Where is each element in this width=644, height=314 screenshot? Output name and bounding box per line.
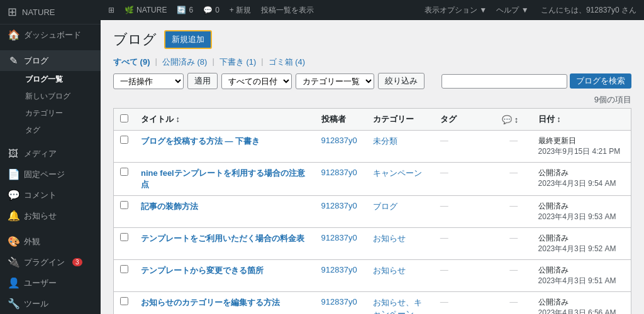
sidebar-item-plugins[interactable]: 🔌 プラグイン 3	[0, 252, 101, 273]
sidebar-item-appearance[interactable]: 🎨 外観	[0, 231, 101, 252]
date-status: 公開済み	[538, 202, 569, 210]
main-area: ⊞ 🌿 NATURE 🔄 6 💬 0 + 新規 投稿一覧を表示 表示オプション …	[101, 0, 644, 314]
sidebar-item-media[interactable]: 🖼 メディア	[0, 144, 101, 164]
author-link[interactable]: 912837y0	[321, 265, 357, 274]
category-link[interactable]: お知らせ	[373, 234, 406, 243]
filter-trash[interactable]: ゴミ箱 (4)	[269, 57, 306, 68]
filter-draft[interactable]: 下書き (1)	[219, 57, 257, 68]
pages-icon: 📄	[8, 168, 19, 180]
search-input[interactable]	[441, 74, 567, 89]
adminbar-greeting: こんにちは、912837y0 さん	[541, 6, 636, 14]
search-box: ブログを検索	[441, 73, 631, 89]
date-status: 公開済み	[538, 234, 569, 242]
post-title-link[interactable]: テンプレートをご利用いただく場合の料金表	[141, 234, 304, 243]
row-checkbox-cell	[114, 131, 135, 163]
category-link[interactable]: お知らせ、キャンペーン	[373, 298, 422, 314]
author-link[interactable]: 912837y0	[321, 297, 357, 306]
adminbar-new[interactable]: + 新規	[230, 5, 251, 16]
sidebar-sub-blog-list[interactable]: ブログ一覧	[20, 71, 101, 88]
adminbar-view-posts[interactable]: 投稿一覧を表示	[261, 5, 314, 16]
row-comments-cell: —	[496, 228, 532, 260]
select-all-checkbox[interactable]	[120, 114, 128, 122]
adminbar-comments-icon: 💬	[203, 6, 213, 14]
display-options-button[interactable]: 表示オプション ▼	[425, 6, 487, 14]
site-name: NATURE	[22, 8, 55, 17]
row-title-cell: テンプレートをご利用いただく場合の料金表	[135, 228, 315, 260]
adminbar-wp-logo[interactable]: ⊞	[108, 6, 114, 14]
sidebar-sub-category[interactable]: カテゴリー	[20, 105, 101, 122]
apply-button[interactable]: 適用	[187, 73, 218, 89]
author-link[interactable]: 912837y0	[321, 233, 357, 242]
row-tags-cell: —	[434, 228, 496, 260]
table-row: ブログを投稿する方法 — 下書き 912837y0 未分類 — — 最終更新日 …	[114, 131, 631, 163]
row-comments-cell: —	[496, 292, 532, 315]
adminbar-comments[interactable]: 💬 0	[203, 6, 219, 14]
post-title-link[interactable]: テンプレートから変更できる箇所	[141, 266, 264, 275]
row-comments-cell: —	[496, 196, 532, 228]
sidebar-item-notice[interactable]: 🔔 お知らせ	[0, 205, 101, 226]
row-checkbox[interactable]	[120, 201, 128, 209]
sidebar-item-comments[interactable]: 💬 コメント	[0, 185, 101, 205]
date-status: 公開済み	[538, 298, 569, 306]
row-tags-cell: —	[434, 131, 496, 163]
row-tags-cell: —	[434, 260, 496, 292]
row-checkbox[interactable]	[120, 168, 128, 176]
sidebar-item-pages[interactable]: 📄 固定ページ	[0, 164, 101, 185]
row-author-cell: 912837y0	[315, 163, 367, 196]
tags-value: —	[440, 297, 448, 306]
search-button[interactable]: ブログを検索	[570, 73, 631, 89]
adminbar-updates[interactable]: 🔄 6	[177, 6, 193, 14]
sep3: |	[258, 57, 265, 68]
help-button[interactable]: ヘルプ ▼	[496, 6, 528, 14]
sep2: |	[209, 57, 216, 68]
post-title-link[interactable]: お知らせのカテゴリーを編集する方法	[141, 298, 280, 307]
wp-logo-icon: ⊞	[8, 5, 17, 19]
sidebar-sub-tag[interactable]: タグ	[20, 122, 101, 139]
author-link[interactable]: 912837y0	[321, 168, 357, 177]
col-header-date[interactable]: 日付 ↕	[532, 109, 631, 131]
col-header-title[interactable]: タイトル ↕	[135, 109, 315, 131]
author-link[interactable]: 912837y0	[321, 201, 357, 210]
col-header-comments[interactable]: 💬 ↕	[496, 109, 532, 131]
filter-all[interactable]: すべて (9)	[113, 57, 150, 68]
col-header-tags: タグ	[434, 109, 496, 131]
category-link[interactable]: ブログ	[373, 202, 397, 211]
row-title-cell: nine feelテンプレートを利用する場合の注意点	[135, 163, 315, 196]
new-post-button[interactable]: 新規追加	[164, 30, 212, 49]
sidebar: ⊞ NATURE 🏠 ダッシュボード ✎ ブログ ブログ一覧 新しいブログ カテ…	[0, 0, 101, 314]
row-date-cell: 公開済み 2023年4月3日 9:54 AM	[532, 163, 631, 196]
sidebar-item-blog[interactable]: ✎ ブログ	[0, 50, 101, 71]
row-comments-cell: —	[496, 260, 532, 292]
sidebar-item-tools[interactable]: 🔧 ツール	[0, 293, 101, 314]
category-link[interactable]: キャンペーン	[373, 168, 422, 178]
row-checkbox[interactable]	[120, 136, 128, 144]
narrow-button[interactable]: 絞り込み	[378, 73, 425, 89]
row-category-cell: キャンペーン	[367, 163, 434, 196]
row-comments-cell: —	[496, 163, 532, 196]
row-title-cell: テンプレートから変更できる箇所	[135, 260, 315, 292]
post-title-link[interactable]: 記事の装飾方法	[141, 202, 198, 211]
row-checkbox[interactable]	[120, 265, 128, 273]
sidebar-sub-new-blog[interactable]: 新しいブログ	[20, 88, 101, 105]
category-link[interactable]: お知らせ	[373, 266, 406, 275]
plugins-icon: 🔌	[8, 256, 19, 268]
sidebar-item-dashboard[interactable]: 🏠 ダッシュボード	[0, 24, 101, 45]
date-filter-select[interactable]: すべての日付 2023年9月 2023年4月 2022年11月	[221, 73, 292, 89]
row-author-cell: 912837y0	[315, 292, 367, 315]
adminbar-site[interactable]: 🌿 NATURE	[125, 6, 167, 14]
tags-value: —	[440, 265, 448, 274]
adminbar-wp-icon: ⊞	[108, 6, 114, 14]
dashboard-icon: 🏠	[8, 29, 19, 41]
filter-published[interactable]: 公開済み (8)	[162, 57, 208, 68]
bulk-action-select[interactable]: 一括操作 ゴミ箱へ移動	[113, 73, 184, 89]
post-title-link[interactable]: ブログを投稿する方法 — 下書き	[141, 136, 260, 146]
table-row: テンプレートから変更できる箇所 912837y0 お知らせ — — 公開済み 2…	[114, 260, 631, 292]
category-link[interactable]: 未分類	[373, 136, 397, 146]
tablenav-top: 一括操作 ゴミ箱へ移動 適用 すべての日付 2023年9月 2023年4月 20…	[113, 73, 631, 89]
author-link[interactable]: 912837y0	[321, 136, 357, 145]
category-filter-select[interactable]: カテゴリー一覧	[296, 73, 374, 89]
row-checkbox[interactable]	[120, 297, 128, 305]
row-checkbox[interactable]	[120, 233, 128, 241]
post-title-link[interactable]: nine feelテンプレートを利用する場合の注意点	[141, 168, 305, 189]
sidebar-item-users[interactable]: 👤 ユーザー	[0, 273, 101, 293]
